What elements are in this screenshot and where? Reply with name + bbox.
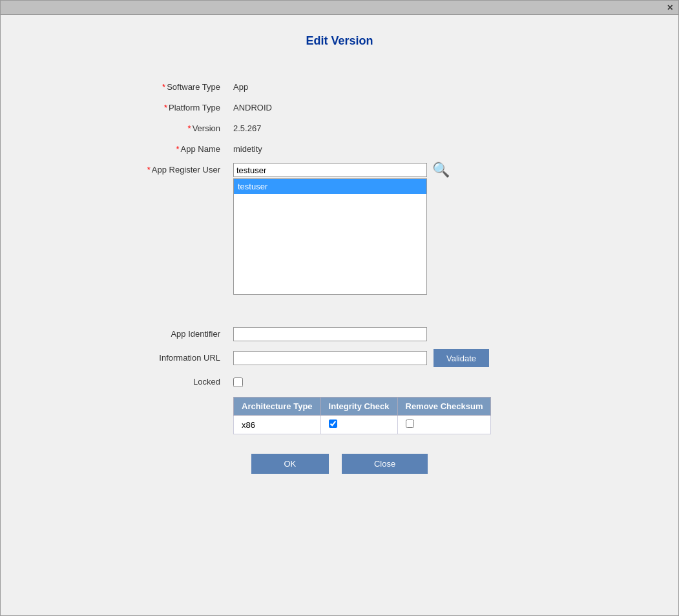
version-value: 2.5.267	[233, 122, 261, 136]
locked-checkbox[interactable]	[233, 377, 243, 387]
arch-type-cell: x86	[234, 416, 321, 434]
dropdown-item-testuser[interactable]: testuser	[234, 179, 426, 194]
integrity-check-checkbox[interactable]	[329, 420, 337, 428]
footer-buttons: OK Close	[39, 454, 640, 474]
required-star: *	[162, 82, 165, 92]
app-name-value: midetity	[233, 142, 262, 156]
remove-checksum-header: Remove Checksum	[397, 398, 491, 416]
app-register-user-label: *App Register User	[91, 163, 233, 177]
ok-button[interactable]: OK	[251, 454, 329, 474]
edit-version-dialog: ✕ Edit Version *Software Type App *Platf…	[0, 0, 679, 616]
information-url-row: Information URL Validate	[91, 349, 640, 367]
information-url-input[interactable]	[233, 351, 427, 365]
app-register-user-row: *App Register User 🔍 testuser	[91, 163, 640, 295]
software-type-label: *Software Type	[91, 80, 233, 94]
table-header-row: Architecture Type Integrity Check Remove…	[234, 398, 491, 416]
dialog-body: Edit Version *Software Type App *Platfor…	[1, 15, 678, 615]
app-name-row: *App Name midetity	[91, 142, 640, 156]
register-user-container: 🔍 testuser	[233, 163, 450, 295]
arch-table-container: Architecture Type Integrity Check Remove…	[233, 397, 640, 434]
required-star: *	[164, 103, 167, 112]
architecture-table: Architecture Type Integrity Check Remove…	[233, 397, 491, 434]
arch-type-header: Architecture Type	[234, 398, 321, 416]
required-star: *	[188, 123, 191, 133]
app-identifier-row: App Identifier	[91, 327, 640, 341]
locked-row: Locked	[91, 375, 640, 389]
platform-type-value: ANDROID	[233, 101, 272, 115]
software-type-row: *Software Type App	[91, 80, 640, 94]
register-user-dropdown[interactable]: testuser	[233, 178, 427, 295]
title-bar: ✕	[1, 1, 678, 15]
version-label: *Version	[91, 122, 233, 136]
remove-checksum-checkbox[interactable]	[406, 420, 414, 428]
app-name-label: *App Name	[91, 142, 233, 156]
close-button[interactable]: Close	[342, 454, 428, 474]
app-identifier-input[interactable]	[233, 327, 427, 341]
required-star: *	[176, 144, 180, 154]
locked-label: Locked	[91, 375, 233, 389]
window-close-button[interactable]: ✕	[665, 3, 674, 12]
remove-checksum-cell[interactable]	[397, 416, 491, 434]
table-row: x86	[234, 416, 491, 434]
search-icon-button[interactable]: 🔍	[432, 163, 450, 177]
information-url-label: Information URL	[91, 351, 233, 365]
dialog-title: Edit Version	[39, 34, 640, 48]
integrity-check-header: Integrity Check	[320, 398, 397, 416]
app-register-user-input[interactable]	[233, 163, 427, 177]
validate-button[interactable]: Validate	[434, 349, 489, 367]
search-row: 🔍	[233, 163, 450, 177]
required-star: *	[147, 165, 151, 175]
optional-section: App Identifier Information URL Validate …	[91, 327, 640, 434]
platform-type-row: *Platform Type ANDROID	[91, 101, 640, 115]
version-row: *Version 2.5.267	[91, 122, 640, 136]
platform-type-label: *Platform Type	[91, 101, 233, 115]
integrity-check-cell[interactable]	[320, 416, 397, 434]
software-type-value: App	[233, 80, 248, 94]
form-section: *Software Type App *Platform Type ANDROI…	[91, 80, 640, 295]
app-identifier-label: App Identifier	[91, 327, 233, 341]
